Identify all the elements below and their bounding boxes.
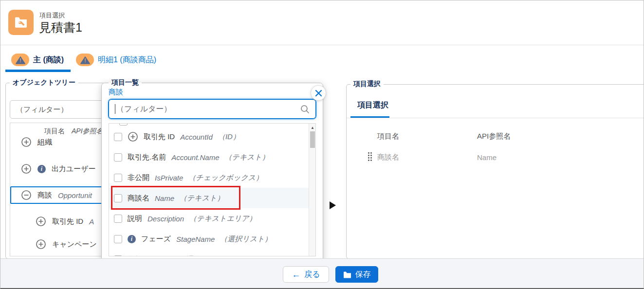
tab-detail1-lineitem[interactable]: ! 明細1 (商談商品) — [76, 52, 156, 68]
save-button[interactable]: 保存 — [335, 266, 378, 283]
checkbox[interactable] — [114, 255, 122, 257]
info-icon: i — [128, 235, 136, 243]
field-list-item-account-name[interactable]: 取引先.名前 Account.Name （テキスト） — [109, 147, 309, 167]
field-name: フェーズ — [141, 235, 171, 244]
field-type: （テキストエリア） — [189, 214, 256, 223]
tree-item-label: 商談 — [37, 191, 52, 200]
expand-plus-icon[interactable] — [21, 163, 32, 174]
field-type: （テキスト） — [225, 153, 269, 162]
scrollbar[interactable]: ▲ — [309, 124, 315, 256]
scroll-up-arrow[interactable]: ▲ — [309, 125, 316, 131]
field-list-item-name-highlighted[interactable]: 商談名 Name （テキスト） — [109, 188, 309, 208]
field-list-item-stagename[interactable]: i フェーズ StageName （選択リスト） — [109, 229, 309, 249]
field-list-item-isprivate[interactable]: 非公開 IsPrivate （チェックボックス） — [109, 167, 309, 188]
field-list-modal: 項目一覧 商談 （フィルター） 取引先 ID AccountId （ID） — [101, 78, 323, 263]
expand-plus-icon[interactable] — [36, 239, 46, 250]
checkbox[interactable] — [114, 153, 122, 162]
selected-field-api: Name — [477, 153, 497, 162]
close-icon — [315, 90, 322, 97]
field-api: Description — [147, 215, 184, 223]
action-footer: ← 戻る 保存 — [0, 258, 644, 289]
field-name: 説明 — [128, 214, 142, 223]
warning-icon: ! — [11, 54, 29, 66]
tree-item-label: 出力ユーザー — [52, 164, 96, 174]
save-button-label: 保存 — [355, 270, 371, 280]
col-field-name: 項目名 — [377, 132, 477, 141]
checkbox[interactable] — [114, 133, 122, 141]
field-name: 取引先 ID — [144, 132, 175, 142]
selected-fields-table: 項目名 API参照名 商談名 Name — [347, 132, 644, 163]
field-selection-window: 項目選択 見積書1 ! 主 (商談) ! 明細1 (商談商品) オブジェクトツリ… — [0, 0, 644, 289]
expand-plus-icon[interactable] — [21, 137, 32, 147]
page-title: 見積書1 — [39, 19, 82, 36]
object-tree-legend: オブジェクトツリー — [10, 78, 78, 87]
scrollbar-thumb[interactable] — [310, 131, 315, 148]
field-selection-legend: 項目選択 — [350, 80, 384, 89]
svg-text:!: ! — [19, 58, 21, 63]
warning-icon: ! — [76, 54, 94, 66]
checkbox[interactable] — [114, 174, 122, 182]
collapse-minus-icon[interactable] — [21, 190, 32, 200]
tree-item-api: Opportunit — [58, 191, 92, 199]
modal-close-button[interactable] — [311, 85, 326, 101]
field-list-item-accountid[interactable]: 取引先 ID AccountId （ID） — [109, 126, 309, 147]
field-filter-input[interactable]: （フィルター） — [109, 99, 316, 119]
checkbox[interactable] — [114, 194, 122, 202]
field-type: （チェックボックス） — [188, 173, 263, 182]
tab-field-selection[interactable]: 項目選択 — [357, 100, 388, 110]
sheet-tabs: ! 主 (商談) ! 明細1 (商談商品) — [0, 45, 644, 73]
expand-plus-icon[interactable] — [128, 131, 138, 142]
search-icon — [300, 105, 310, 116]
field-type: （選択リスト） — [220, 235, 272, 244]
selected-field-row[interactable]: 商談名 Name — [347, 152, 644, 163]
page-header: 項目選択 見積書1 — [0, 0, 644, 45]
filter-placeholder: （フィルター） — [16, 105, 68, 114]
filter-placeholder: （フィルター） — [116, 104, 172, 114]
tab-main-label: 主 (商談) — [33, 55, 64, 65]
field-list-item-amount[interactable]: 金額 Amount （通貨） — [109, 249, 309, 256]
page-eyebrow: 項目選択 — [39, 11, 65, 20]
checkbox[interactable] — [119, 123, 128, 126]
col-api-name: API参照名 — [477, 132, 511, 141]
svg-text:!: ! — [84, 58, 86, 63]
tab-main-opportunity[interactable]: ! 主 (商談) — [11, 52, 64, 68]
field-type: （ID） — [218, 132, 240, 142]
selected-field-name: 商談名 — [377, 153, 477, 162]
tree-item-label: 取引先 ID — [52, 217, 83, 226]
field-type: （テキスト） — [180, 194, 224, 203]
selected-fields-header: 項目名 API参照名 — [347, 132, 644, 141]
field-type: （通貨） — [178, 255, 207, 257]
active-tab-underline — [5, 70, 71, 72]
field-api: Name — [155, 194, 174, 202]
field-list: 取引先 ID AccountId （ID） 取引先.名前 Account.Nam… — [109, 123, 316, 256]
tree-item-label: キャンペーン — [52, 240, 97, 249]
tab-detail1-label: 明細1 (商談商品) — [98, 55, 156, 65]
folder-wrench-icon — [13, 15, 29, 30]
back-arrow-icon: ← — [292, 270, 300, 279]
text-cursor — [115, 104, 115, 114]
custom-object-icon — [8, 10, 34, 35]
object-link-opportunity[interactable]: 商談 — [109, 88, 123, 97]
field-api: Amount — [147, 255, 173, 257]
field-name: 金額 — [128, 255, 142, 257]
field-selection-panel: 項目選択 項目選択 項目名 API参照名 商談名 Name — [346, 80, 644, 259]
drag-handle-icon[interactable] — [368, 152, 377, 163]
field-api: Account.Name — [171, 153, 219, 162]
save-folder-icon — [343, 271, 351, 278]
field-list-item-description[interactable]: 説明 Description （テキストエリア） — [109, 208, 309, 229]
field-name: 取引先.名前 — [128, 153, 166, 162]
checkbox[interactable] — [114, 235, 122, 243]
field-name: 非公開 — [128, 173, 149, 182]
field-api: IsPrivate — [155, 174, 183, 182]
field-selection-tab-underline — [347, 116, 644, 118]
back-button-label: 戻る — [304, 270, 320, 280]
field-api: AccountId — [180, 133, 213, 141]
expand-plus-icon[interactable] — [36, 216, 46, 227]
checkbox[interactable] — [114, 215, 122, 223]
expand-plus-icon — [36, 256, 46, 256]
field-api: StageName — [176, 235, 215, 243]
back-button[interactable]: ← 戻る — [283, 266, 329, 283]
expand-panel-arrow[interactable] — [330, 201, 336, 209]
field-name: 商談名 — [128, 194, 149, 203]
info-icon: i — [37, 165, 46, 173]
